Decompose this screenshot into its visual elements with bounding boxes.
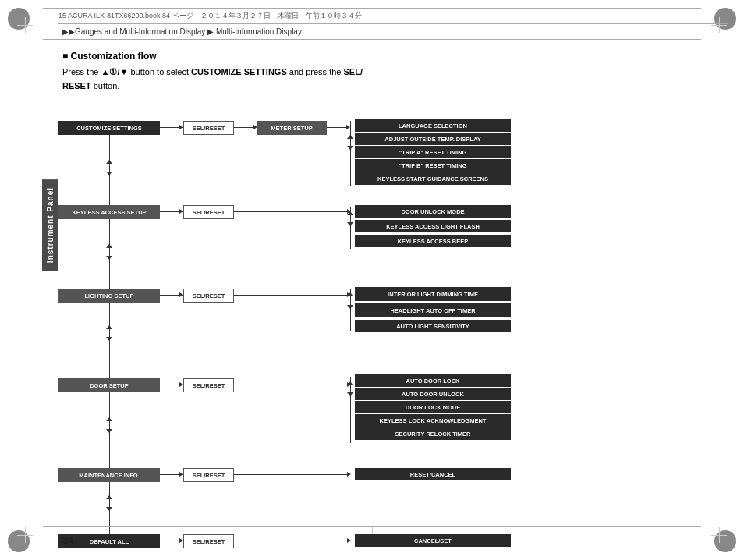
arrow-down-3 xyxy=(106,337,112,341)
box-keyless-access-beep: KEYLESS ACCESS BEEP xyxy=(355,235,511,247)
sidebar-label: Instrument Panel xyxy=(42,179,58,271)
crosshair-bl xyxy=(17,527,33,543)
print-info: 15 ACURA ILX-31TX66200.book 84 ページ ２０１４年… xyxy=(58,11,362,21)
arrow3 xyxy=(327,127,349,128)
section-header: ■ Customization flow Press the ▲①/▼ butt… xyxy=(62,51,713,93)
box-default-all: DEFAULT ALL xyxy=(58,534,160,548)
arrow-up-4 xyxy=(106,417,112,421)
box-interior-light: INTERIOR LIGHT DIMMING TIME xyxy=(355,287,511,301)
arrow-down-r1 xyxy=(347,146,353,150)
breadcrumb-part2: Multi-Information Display xyxy=(216,27,302,36)
box-customize-settings: CUSTOMIZE SETTINGS xyxy=(58,121,160,135)
box-language-selection: LANGUAGE SELECTION xyxy=(355,119,511,132)
box-cancel-set: CANCEL/SET xyxy=(355,534,511,547)
arrow-down-5 xyxy=(106,507,112,511)
breadcrumb-part1: ▶▶Gauges and Multi-Information Display xyxy=(62,27,205,36)
box-sel-reset-6: SEL/RESET xyxy=(183,534,234,548)
box-trip-b: "TRIP B" RESET TIMING xyxy=(355,159,511,172)
section-title: ■ Customization flow xyxy=(62,51,713,62)
arrow-up-3 xyxy=(106,325,112,329)
arrow-up-r3 xyxy=(347,292,353,296)
breadcrumb-separator: ▶ xyxy=(207,27,214,36)
box-lighting-setup: LIGHTING SETUP xyxy=(58,289,160,303)
arrow9 xyxy=(234,385,349,385)
v-line-3 xyxy=(109,303,110,385)
flow-diagram: CUSTOMIZE SETTINGS SEL/RESET METER SETUP… xyxy=(58,113,737,534)
box-sel-reset-4: SEL/RESET xyxy=(183,378,234,392)
arrow-down-r4 xyxy=(347,392,353,396)
arrow-up-1 xyxy=(106,160,112,164)
arrow7 xyxy=(234,295,349,296)
box-auto-door-unlock: AUTO DOOR UNLOCK xyxy=(355,388,511,400)
arrow-up-r1 xyxy=(347,135,353,139)
arrow11 xyxy=(234,474,349,475)
arrow-up-5 xyxy=(106,495,112,499)
arrow-up-r2 xyxy=(347,211,353,215)
box-door-unlock-mode: DOOR UNLOCK MODE xyxy=(355,205,511,218)
box-keyless-access-setup: KEYLESS ACCESS SETUP xyxy=(58,205,160,219)
box-keyless-lock-ack: KEYLESS LOCK ACKNOWLEDGMENT xyxy=(355,414,511,427)
box-reset-cancel: RESET/CANCEL xyxy=(355,468,511,480)
crosshair-tl xyxy=(17,17,33,33)
arrow2 xyxy=(234,127,256,128)
box-sel-reset-3: SEL/RESET xyxy=(183,289,234,303)
box-sel-reset-1: SEL/RESET xyxy=(183,121,234,135)
section-description: Press the ▲①/▼ button to select CUSTOMIZ… xyxy=(62,66,713,93)
arrow13 xyxy=(234,541,349,541)
v-line-4 xyxy=(109,392,110,474)
box-auto-light-sensitivity: AUTO LIGHT SENSITIVITY xyxy=(355,320,511,332)
page-number: 84 xyxy=(62,534,73,546)
breadcrumb-top-border xyxy=(58,23,728,24)
footer-border xyxy=(43,526,701,527)
box-keyless-start-guidance: KEYLESS START GUIDANCE SCREENS xyxy=(355,172,511,185)
box-trip-a: "TRIP A" RESET TIMING xyxy=(355,146,511,158)
arrow-up-2 xyxy=(106,244,112,248)
box-auto-door-lock: AUTO DOOR LOCK xyxy=(355,374,511,387)
arrowhead11 xyxy=(347,472,351,477)
arrow5 xyxy=(234,211,349,212)
v-bracket-meter xyxy=(350,121,351,186)
box-adjust-outside: ADJUST OUTSIDE TEMP. DISPLAY xyxy=(355,133,511,145)
breadcrumb-bottom-border xyxy=(43,39,701,40)
box-meter-setup: METER SETUP xyxy=(257,121,327,135)
arrow-down-4 xyxy=(106,429,112,433)
box-sel-reset-2: SEL/RESET xyxy=(183,205,234,219)
arrow-down-r2 xyxy=(347,222,353,226)
arrow-down-1 xyxy=(106,172,112,175)
box-headlight-auto-off: HEADLIGHT AUTO OFF TIMER xyxy=(355,303,511,317)
breadcrumb: ▶▶Gauges and Multi-Information Display ▶… xyxy=(62,27,302,36)
box-security-relock: SECURITY RELOCK TIMER xyxy=(355,427,511,440)
box-door-setup: DOOR SETUP xyxy=(58,378,160,392)
header-top-border xyxy=(43,8,701,9)
box-keyless-light-flash: KEYLESS ACCESS LIGHT FLASH xyxy=(355,220,511,232)
box-sel-reset-5: SEL/RESET xyxy=(183,468,234,482)
box-maintenance-info: MAINTENANCE INFO. xyxy=(58,468,160,482)
box-door-lock-mode: DOOR LOCK MODE xyxy=(355,401,511,413)
crosshair-tr xyxy=(711,17,727,33)
arrow-down-r3 xyxy=(347,305,353,309)
v-bracket-door xyxy=(350,377,351,443)
arrowhead13 xyxy=(347,538,351,543)
arrow-down-2 xyxy=(106,256,112,260)
arrow-up-r4 xyxy=(347,381,353,385)
